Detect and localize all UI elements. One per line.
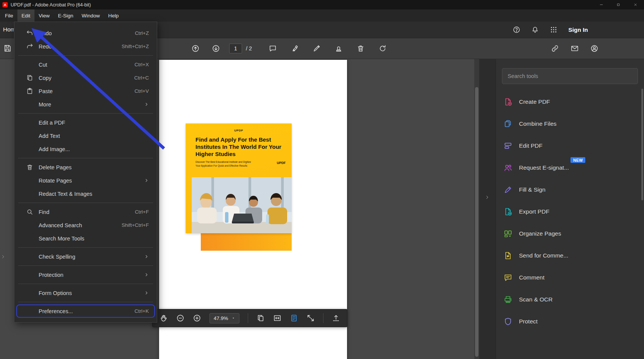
edit-menu-item-undo[interactable]: UndoCtrl+Z: [16, 27, 155, 40]
edit-menu-item-search-more-tools[interactable]: Search More Tools: [16, 232, 155, 245]
fit-width-icon: [273, 314, 281, 322]
edit-menu-item-redact-text-images[interactable]: Redact Text & Images: [16, 187, 155, 200]
document-scrollbar[interactable]: [474, 59, 479, 359]
comment-button[interactable]: [269, 44, 277, 53]
envelope-button[interactable]: [571, 44, 579, 53]
trash-button[interactable]: [356, 44, 365, 53]
account-button[interactable]: [590, 44, 599, 53]
menu-view[interactable]: View: [34, 9, 54, 22]
upload-button[interactable]: [332, 314, 340, 322]
fit-width-button[interactable]: [273, 314, 281, 322]
left-panel-expand-chevron-icon[interactable]: [0, 254, 6, 259]
menu-item-shortcut: Ctrl+X: [134, 62, 149, 67]
zoom-in-button[interactable]: [193, 314, 201, 322]
menu-window[interactable]: Window: [78, 9, 104, 22]
tool-edit-pdf[interactable]: Edit PDF: [496, 135, 644, 157]
edit-menu-item-delete-pages[interactable]: Delete Pages: [16, 161, 155, 174]
edit-menu: UndoCtrl+ZRedoShift+Ctrl+ZCutCtrl+XCopyC…: [14, 22, 157, 323]
flyer-subtitle-row: Discover The Best Educational Institute …: [195, 160, 286, 167]
zoom-out-button[interactable]: [176, 314, 184, 322]
zoom-level-dropdown[interactable]: 47.9%: [209, 313, 239, 323]
tool-create-pdf[interactable]: Create PDF: [496, 91, 644, 113]
tool-send-for-comme[interactable]: Send for Comme...: [496, 245, 644, 267]
menu-item-label: Redo: [39, 44, 52, 50]
menu-help[interactable]: Help: [104, 9, 123, 22]
menu-item-label: Add Image...: [39, 146, 70, 152]
fit-page-button[interactable]: [290, 314, 298, 322]
tool-label: Scan & OCR: [519, 296, 553, 303]
tool-label: Edit PDF: [519, 142, 542, 149]
tool-label: Comment: [519, 274, 544, 281]
undo-icon: [25, 30, 34, 37]
menu-edit[interactable]: Edit: [17, 9, 34, 22]
hand-button[interactable]: [159, 314, 168, 322]
expand-button[interactable]: [306, 314, 315, 322]
edit-menu-item-redo[interactable]: RedoShift+Ctrl+Z: [16, 40, 155, 53]
signature-button[interactable]: [313, 44, 321, 53]
signature-icon: [313, 44, 321, 53]
hand-icon: [159, 314, 168, 322]
tool-export-pdf[interactable]: Export PDF: [496, 201, 644, 223]
menu-item-label: Undo: [39, 30, 52, 36]
page-number-input[interactable]: 1: [229, 44, 242, 53]
rotate-cw-button[interactable]: [378, 44, 387, 53]
tools-list: Create PDFCombine FilesEdit PDFRequest E…: [496, 91, 644, 332]
tool-scan-ocr[interactable]: Scan & OCR: [496, 289, 644, 311]
edit-menu-item-paste[interactable]: PasteCtrl+V: [16, 84, 155, 98]
tab-right-icons: [513, 26, 558, 34]
menu-e-sign[interactable]: E-Sign: [54, 9, 78, 22]
close-button[interactable]: [627, 0, 644, 9]
menu-bar: FileEditViewE-SignWindowHelp: [0, 9, 644, 22]
document-scrollbar-thumb[interactable]: [475, 87, 478, 357]
edit-menu-item-form-options[interactable]: Form Options: [16, 286, 155, 300]
right-panel-expand-chevron-icon[interactable]: [485, 195, 490, 200]
close-icon: [633, 3, 638, 7]
menu-item-shortcut: Ctrl+F: [135, 209, 149, 215]
page-nav-group: [191, 44, 220, 53]
toolbar-divider: [248, 313, 248, 323]
highlighter-button[interactable]: [291, 44, 299, 53]
edit-menu-item-rotate-pages[interactable]: Rotate Pages: [16, 174, 155, 187]
pages-button[interactable]: [256, 314, 265, 322]
tools-search-input[interactable]: [507, 73, 633, 80]
edit-menu-item-check-spelling[interactable]: Check Spelling: [16, 250, 155, 263]
tool-label: Request E-signat...: [519, 164, 569, 171]
arrow-up-circle-button[interactable]: [191, 44, 200, 53]
save-button[interactable]: [3, 44, 12, 53]
maximize-button[interactable]: [610, 0, 627, 9]
edit-menu-item-add-image[interactable]: Add Image...: [16, 142, 155, 156]
apps-grid-button[interactable]: [550, 26, 558, 34]
tool-request-e-signat[interactable]: Request E-signat...NEW: [496, 157, 644, 179]
link-button[interactable]: [551, 44, 559, 53]
paste-icon: [25, 87, 34, 95]
edit-menu-item-find[interactable]: FindCtrl+F: [16, 205, 155, 219]
toolbar-center: 1 / 2: [191, 38, 387, 59]
arrow-up-circle-icon: [191, 44, 200, 53]
edit-menu-item-more[interactable]: More: [16, 98, 155, 111]
flyer-brand-top: UPDF: [186, 123, 292, 132]
menu-separator: [18, 55, 153, 56]
edit-menu-item-protection[interactable]: Protection: [16, 268, 155, 281]
tool-comment[interactable]: Comment: [496, 267, 644, 289]
link-icon: [551, 44, 559, 53]
minimize-button[interactable]: [593, 0, 610, 9]
help-button[interactable]: [513, 26, 521, 34]
edit-menu-item-copy[interactable]: CopyCtrl+C: [16, 71, 155, 84]
bell-button[interactable]: [531, 26, 539, 34]
tool-fill-sign[interactable]: Fill & Sign: [496, 179, 644, 201]
tool-organize-pages[interactable]: Organize Pages: [496, 223, 644, 245]
arrow-down-circle-button[interactable]: [212, 44, 220, 53]
menu-file[interactable]: File: [1, 9, 17, 22]
sign-in-button[interactable]: Sign In: [568, 27, 588, 33]
edit-menu-item-advanced-search[interactable]: Advanced SearchShift+Ctrl+F: [16, 219, 155, 232]
edit-menu-item-add-text[interactable]: Add Text: [16, 129, 155, 142]
tool-protect[interactable]: Protect: [496, 311, 644, 332]
stamp-button[interactable]: [335, 44, 343, 53]
submenu-chevron-icon: [144, 272, 149, 277]
sidebar-scrollbar-thumb[interactable]: [641, 89, 643, 200]
tool-combine-files[interactable]: Combine Files: [496, 113, 644, 135]
edit-menu-item-cut[interactable]: CutCtrl+X: [16, 58, 155, 71]
scan-ocr-icon: [503, 295, 513, 304]
edit-menu-item-preferences[interactable]: Preferences...Ctrl+K: [16, 304, 155, 318]
edit-menu-item-edit-a-pdf[interactable]: Edit a PDF: [16, 116, 155, 129]
